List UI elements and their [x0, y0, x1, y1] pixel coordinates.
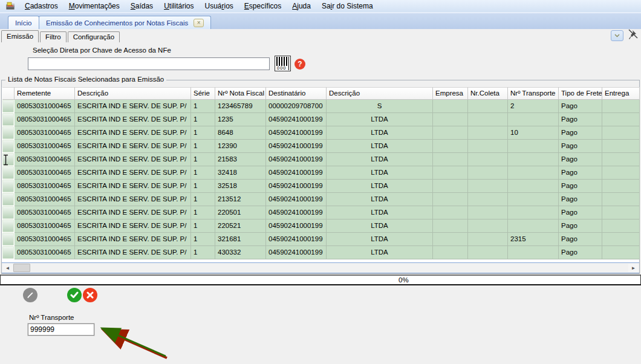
cell — [468, 153, 508, 166]
row-indicator[interactable] — [2, 180, 14, 192]
cell: LTDA — [327, 180, 433, 193]
table-row[interactable]: 08053031000465ESCRITA IND E SERV. DE SUP… — [2, 100, 640, 113]
table-row[interactable]: 08053031000465ESCRITA IND E SERV. DE SUP… — [2, 246, 640, 259]
subtab-emissao[interactable]: Emissão — [1, 30, 39, 42]
menu-item-sair-do-sistema[interactable]: Sair do Sistema — [316, 1, 379, 11]
cell: ESCRITA IND E SERV. DE SUP. P/ — [75, 206, 191, 219]
scrollbar-thumb[interactable] — [13, 264, 30, 272]
row-indicator[interactable] — [2, 126, 14, 139]
cell: 04590241000199 — [266, 206, 327, 219]
cell: ESCRITA IND E SERV. DE SUP. P/ — [75, 193, 191, 206]
menu-item-utilitarios[interactable]: Utilitários — [158, 1, 199, 11]
barcode-scan-button[interactable]: 000 — [275, 56, 291, 71]
menu-item-saidas[interactable]: Saídas — [125, 1, 158, 11]
table-row[interactable]: 08053031000465ESCRITA IND E SERV. DE SUP… — [2, 193, 640, 206]
help-icon[interactable]: ? — [294, 59, 305, 70]
scroll-left-arrow[interactable]: ◄ — [2, 264, 13, 272]
edit-button[interactable] — [23, 288, 37, 302]
table-row[interactable]: 08053031000465ESCRITA IND E SERV. DE SUP… — [2, 233, 640, 246]
subtab-filtro[interactable]: Filtro — [40, 31, 67, 42]
cell: 1 — [191, 233, 215, 246]
table-row[interactable]: 08053031000465ESCRITA IND E SERV. DE SUP… — [2, 126, 640, 140]
table-row[interactable]: 08053031000465ESCRITA IND E SERV. DE SUP… — [2, 113, 640, 126]
column-header-remetente-0[interactable]: Remetente — [15, 87, 75, 100]
horizontal-scrollbar[interactable]: ◄ ► — [2, 262, 639, 273]
row-indicator[interactable] — [2, 113, 14, 126]
nfe-access-label: Seleção Direta por Chave de Acesso da NF… — [33, 47, 171, 54]
column-header-nr-coleta-7[interactable]: Nr.Coleta — [468, 87, 508, 100]
table-row[interactable]: 08053031000465ESCRITA IND E SERV. DE SUP… — [2, 180, 640, 193]
column-header-nr-transporte-8[interactable]: Nrº Transporte — [508, 87, 559, 100]
cell — [468, 166, 508, 180]
column-header-empresa-6[interactable]: Empresa — [433, 87, 468, 100]
cell — [602, 219, 640, 233]
confirm-button[interactable] — [67, 288, 82, 302]
tab-inicio[interactable]: Início — [8, 16, 39, 29]
table-row[interactable]: 08053031000465ESCRITA IND E SERV. DE SUP… — [2, 219, 640, 233]
cell — [468, 180, 508, 193]
tab-inicio-label: Início — [15, 19, 32, 27]
cell: Pago — [559, 113, 602, 126]
transporte-input[interactable] — [28, 323, 94, 336]
cell — [508, 206, 559, 219]
table-row[interactable]: 08053031000465ESCRITA IND E SERV. DE SUP… — [2, 153, 640, 166]
cell — [602, 246, 640, 259]
row-indicator[interactable] — [2, 193, 14, 206]
unpin-button[interactable] — [627, 28, 639, 41]
row-indicator[interactable] — [2, 206, 14, 219]
cell: 08053031000465 — [15, 206, 75, 219]
cell: LTDA — [327, 166, 433, 180]
menu-item-especificos[interactable]: Específicos — [239, 1, 287, 11]
table-row[interactable]: 08053031000465ESCRITA IND E SERV. DE SUP… — [2, 206, 640, 219]
cell: Pago — [559, 140, 602, 153]
tab-list-chevron-button[interactable] — [611, 30, 623, 41]
cell: 08053031000465 — [15, 246, 75, 259]
menu-item-usuarios[interactable]: Usuários — [199, 1, 238, 11]
chave-acesso-input[interactable] — [28, 57, 270, 70]
row-indicator[interactable] — [2, 140, 14, 152]
row-indicator[interactable] — [2, 233, 14, 245]
cell: ESCRITA IND E SERV. DE SUP. P/ — [75, 219, 191, 233]
row-indicator[interactable] — [2, 219, 14, 232]
column-header-entrega-10[interactable]: Entrega — [602, 87, 640, 100]
menu-item-movimentacoes[interactable]: Movimentações — [63, 1, 125, 11]
cell — [508, 166, 559, 180]
cancel-button[interactable] — [83, 288, 97, 302]
menu-item-ajuda[interactable]: Ajuda — [287, 1, 316, 11]
cell: Pago — [559, 180, 602, 193]
subtab-filtro-label: Filtro — [45, 33, 61, 41]
cell — [602, 233, 640, 246]
row-indicator[interactable] — [2, 100, 14, 112]
subtab-configuracao[interactable]: Configuração — [68, 31, 120, 42]
column-header-nr-nota-fiscal-3[interactable]: Nrº Nota Fiscal — [215, 87, 266, 100]
cell: Pago — [559, 233, 602, 246]
progress-bar: 0% — [0, 275, 641, 285]
cell: 00000209708700 — [266, 100, 327, 113]
column-header-descricao-5[interactable]: Descrição — [327, 87, 433, 100]
column-header-serie-2[interactable]: Série — [191, 87, 215, 100]
cell: 04590241000199 — [266, 219, 327, 233]
column-header-descricao-1[interactable]: Descrição — [75, 87, 191, 100]
cell: 213512 — [215, 193, 266, 206]
progress-label: 0% — [399, 276, 409, 284]
cell: 12390 — [215, 140, 266, 153]
tab-emissao-conhecimentos[interactable]: Emissão de Conhecimentos por Notas Fisca… — [39, 16, 211, 29]
column-header-tipo-de-frete-9[interactable]: Tipo de Frete — [559, 87, 602, 100]
cell: 220521 — [215, 219, 266, 233]
table-row[interactable]: 08053031000465ESCRITA IND E SERV. DE SUP… — [2, 140, 640, 153]
cell: ESCRITA IND E SERV. DE SUP. P/ — [75, 100, 191, 113]
close-tab-icon[interactable]: × — [194, 19, 204, 27]
row-indicator[interactable] — [2, 166, 14, 179]
cell: LTDA — [327, 153, 433, 166]
table-row[interactable]: 08053031000465ESCRITA IND E SERV. DE SUP… — [2, 166, 640, 180]
cell: 32418 — [215, 166, 266, 180]
row-indicator[interactable] — [2, 246, 14, 259]
column-header-destinatario-4[interactable]: Destinatário — [266, 87, 327, 100]
cell — [602, 140, 640, 153]
scroll-right-arrow[interactable]: ► — [628, 264, 639, 272]
cell — [602, 193, 640, 206]
cell — [508, 246, 559, 259]
cell — [508, 113, 559, 126]
menu-item-cadastros[interactable]: Cadastros — [19, 1, 63, 11]
cell — [508, 193, 559, 206]
